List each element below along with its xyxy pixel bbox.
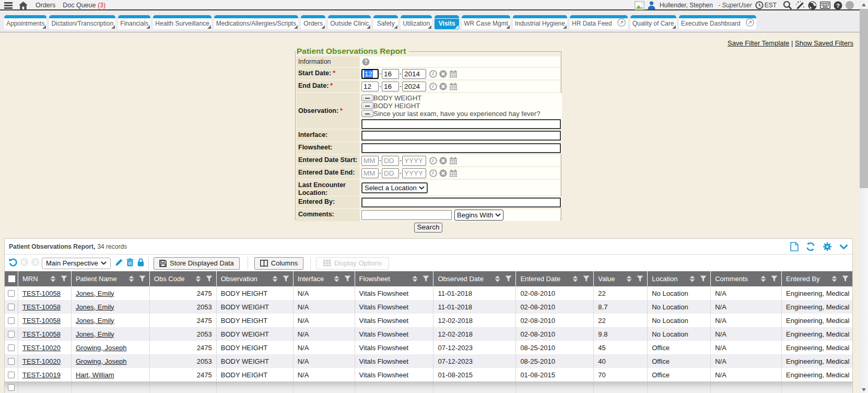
- user-name[interactable]: Hullender, Stephen: [660, 2, 713, 9]
- hamburger-menu-icon[interactable]: [4, 2, 13, 9]
- wand-icon[interactable]: [795, 1, 805, 10]
- end-date-calendar-icon[interactable]: [449, 83, 458, 90]
- filter-funnel-icon[interactable]: [505, 275, 512, 282]
- store-displayed-data-button[interactable]: Store Displayed Data: [154, 257, 240, 270]
- scrollbar-thumb[interactable]: [860, 9, 868, 188]
- grid-header-cell-entered-by[interactable]: Entered By: [782, 271, 852, 286]
- grid-header-cell-location[interactable]: Location: [648, 271, 711, 286]
- entered-date-end-month-input[interactable]: MM: [361, 168, 379, 178]
- row-checkbox[interactable]: [8, 290, 15, 297]
- row-link[interactable]: Jones, Emily: [76, 303, 114, 311]
- row-link[interactable]: Growing, Joseph: [76, 344, 127, 352]
- sort-icon[interactable]: [195, 275, 201, 282]
- tri-state-checkbox[interactable]: [361, 110, 373, 117]
- tab[interactable]: Medications/Allergies/Scripts: [214, 15, 298, 29]
- next-icon[interactable]: [31, 258, 40, 269]
- grid-header-cell-comments[interactable]: Comments: [711, 271, 782, 286]
- row-link[interactable]: TEST-10058: [22, 317, 61, 325]
- topbar-item-orders[interactable]: Orders: [36, 2, 55, 9]
- tab[interactable]: WR Case Mgmt: [462, 15, 510, 29]
- end-date-year-input[interactable]: 2024: [402, 82, 426, 91]
- entered-date-start-year-input[interactable]: YYYY: [402, 156, 426, 166]
- start-date-year-input[interactable]: 2014: [402, 69, 426, 79]
- person-icon[interactable]: [648, 1, 655, 9]
- observation-search-input[interactable]: [361, 119, 561, 129]
- filter-funnel-icon[interactable]: [583, 275, 590, 282]
- grid-header-cell-obs-code[interactable]: Obs Code: [150, 271, 217, 286]
- grid-header-cell-interface[interactable]: Interface: [294, 271, 355, 286]
- collapse-chevron-icon[interactable]: [839, 244, 848, 250]
- keyboard-icon[interactable]: [820, 2, 830, 9]
- sort-icon[interactable]: [831, 275, 837, 282]
- sort-icon[interactable]: [572, 275, 578, 282]
- avatar-circle[interactable]: [846, 1, 854, 9]
- new-document-icon[interactable]: [790, 242, 799, 251]
- row-link[interactable]: Jones, Emily: [76, 290, 114, 297]
- row-link[interactable]: Jones, Emily: [76, 330, 114, 338]
- timezone-label[interactable]: EST: [765, 2, 777, 9]
- row-checkbox[interactable]: [8, 331, 15, 338]
- tri-state-checkbox[interactable]: [361, 102, 373, 109]
- search-button[interactable]: Search: [414, 223, 443, 233]
- lock-icon[interactable]: [137, 258, 144, 269]
- info-help-icon[interactable]: ?: [362, 58, 370, 66]
- end-date-clear-icon[interactable]: [439, 83, 447, 90]
- entered-date-end-year-input[interactable]: YYYY: [402, 168, 426, 178]
- filter-funnel-icon[interactable]: [423, 275, 429, 282]
- tab[interactable]: Outside Clinic: [328, 15, 371, 29]
- tab[interactable]: Orders: [301, 15, 325, 29]
- entered-date-start-clear-icon[interactable]: [439, 157, 447, 165]
- select-all-checkbox[interactable]: [8, 275, 15, 282]
- grid-header-cell-observed-date[interactable]: Observed Date: [433, 271, 516, 286]
- comments-input[interactable]: [361, 210, 452, 220]
- grid-header-cell-patient-name[interactable]: Patient Name: [72, 271, 150, 286]
- row-link[interactable]: TEST-10058: [22, 290, 61, 297]
- gear-icon[interactable]: [823, 242, 832, 251]
- delete-trash-icon[interactable]: [126, 258, 134, 269]
- sort-icon[interactable]: [334, 275, 339, 282]
- filter-funnel-icon[interactable]: [842, 275, 849, 282]
- filter-funnel-icon[interactable]: [344, 275, 351, 282]
- row-link[interactable]: Hart, William: [76, 371, 114, 379]
- show-saved-filters-link[interactable]: Show Saved Filters: [795, 39, 853, 47]
- tab[interactable]: Financials: [118, 15, 150, 29]
- grid-header-cell-flowsheet[interactable]: Flowsheet: [355, 271, 434, 286]
- start-date-clear-icon[interactable]: [439, 70, 447, 78]
- refresh-icon[interactable]: [806, 242, 815, 251]
- entered-date-end-day-input[interactable]: DD: [382, 168, 399, 178]
- start-date-time-icon[interactable]: [429, 70, 437, 78]
- globe-icon[interactable]: [808, 1, 817, 10]
- sort-icon[interactable]: [50, 275, 56, 282]
- end-date-month-input[interactable]: 12: [361, 82, 379, 91]
- entered-date-end-time-icon[interactable]: [429, 169, 437, 177]
- filter-funnel-icon[interactable]: [637, 275, 643, 282]
- topbar-item-doc-queue[interactable]: Doc Queue (3): [63, 2, 105, 9]
- entered-date-end-calendar-icon[interactable]: [449, 169, 458, 177]
- end-date-day-input[interactable]: 16: [382, 82, 399, 91]
- row-checkbox[interactable]: [8, 372, 15, 378]
- undo-icon[interactable]: [8, 258, 18, 269]
- filter-funnel-icon[interactable]: [206, 275, 213, 282]
- sort-icon[interactable]: [760, 275, 766, 282]
- grid-header-cell-value[interactable]: Value: [594, 271, 648, 286]
- flowsheet-input[interactable]: [361, 143, 561, 153]
- entered-date-start-calendar-icon[interactable]: [449, 157, 458, 165]
- search-icon[interactable]: [783, 1, 792, 10]
- edit-pencil-icon[interactable]: [115, 258, 123, 269]
- tab[interactable]: Safety: [373, 15, 398, 29]
- tab[interactable]: Appointments: [4, 15, 46, 29]
- row-link[interactable]: TEST-10020: [22, 344, 61, 352]
- entered-by-input[interactable]: [361, 198, 561, 207]
- sort-icon[interactable]: [626, 275, 632, 282]
- tab[interactable]: Visits: [435, 15, 459, 29]
- start-date-month-input[interactable]: 12: [361, 69, 379, 79]
- filter-funnel-icon[interactable]: [771, 275, 778, 282]
- filter-funnel-icon[interactable]: [139, 275, 146, 282]
- row-checkbox[interactable]: [8, 344, 15, 351]
- row-checkbox[interactable]: [8, 304, 15, 310]
- row-link[interactable]: Growing, Joseph: [76, 357, 127, 365]
- entered-date-start-month-input[interactable]: MM: [361, 156, 379, 166]
- row-link[interactable]: TEST-10058: [22, 303, 61, 311]
- entered-date-end-clear-icon[interactable]: [439, 169, 447, 177]
- photo-icon[interactable]: [635, 1, 644, 10]
